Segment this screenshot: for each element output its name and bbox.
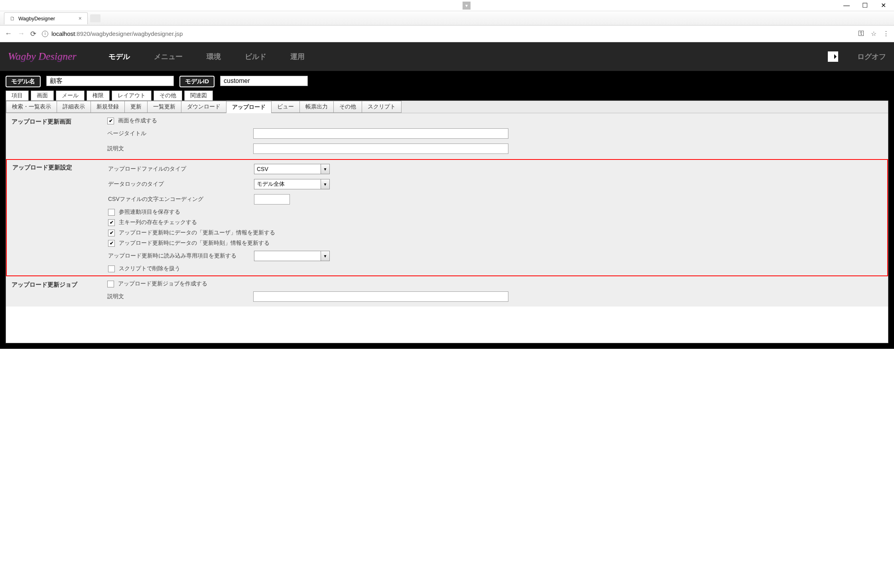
nav-back-button[interactable]: ← [5, 29, 12, 38]
app-logo: Wagby Designer [8, 51, 93, 63]
logoff-link[interactable]: ログオフ [857, 52, 886, 61]
chevron-down-icon[interactable]: ▼ [321, 164, 329, 174]
browser-tab[interactable]: 🗋 WagbyDesigner × [4, 12, 88, 24]
subtab-report[interactable]: 帳票出力 [299, 101, 334, 113]
readonly-select[interactable]: ▼ [254, 251, 330, 261]
section-title: アップロード更新画面 [12, 117, 99, 155]
secondary-tabs: 検索・一覧表示 詳細表示 新規登録 更新 一覧更新 ダウンロード アップロード … [6, 101, 888, 113]
delete-script-label: スクリプトで削除を扱う [119, 265, 180, 272]
os-titlebar: ▾ — ☐ ✕ [0, 0, 894, 11]
readonly-update-label: アップロード更新時に読み込み専用項目を更新する [108, 252, 248, 260]
readonly-value [254, 251, 321, 261]
delete-script-checkbox[interactable] [108, 265, 115, 272]
user-icon: ▾ [463, 2, 471, 10]
main-nav: モデル メニュー 環境 ビルド 運用 [108, 52, 305, 61]
subtab-other2[interactable]: その他 [333, 101, 362, 113]
create-screen-label: 画面を作成する [118, 117, 157, 124]
site-info-icon[interactable]: i [42, 31, 48, 37]
file-type-label: アップロードファイルのタイプ [108, 165, 248, 173]
sound-icon[interactable] [828, 51, 838, 62]
nav-reload-button[interactable]: ⟳ [30, 29, 36, 38]
nav-build[interactable]: ビルド [245, 52, 266, 61]
check-pk-label: 主キー列の存在をチェックする [119, 219, 197, 226]
tab-layout[interactable]: レイアウト [112, 90, 152, 101]
tab-close-icon[interactable]: × [79, 15, 82, 22]
section-title: アップロード更新設定 [12, 163, 100, 272]
tab-relation[interactable]: 関連図 [184, 90, 213, 101]
tab-mail[interactable]: メール [56, 90, 85, 101]
window-maximize-button[interactable]: ☐ [861, 2, 868, 9]
page-icon: 🗋 [10, 16, 15, 22]
section-upload-settings: アップロード更新設定 アップロードファイルのタイプ CSV ▼ データロックのタ… [6, 159, 888, 276]
url-text: localhost:8920/wagbydesigner/wagbydesign… [51, 30, 183, 37]
model-name-input[interactable] [46, 76, 174, 86]
tab-permission[interactable]: 権限 [87, 90, 110, 101]
browser-tab-title: WagbyDesigner [18, 16, 55, 22]
encoding-input[interactable] [254, 194, 290, 205]
update-time-checkbox[interactable] [108, 240, 115, 247]
page-title-input[interactable] [253, 128, 508, 139]
subtab-script[interactable]: スクリプト [362, 101, 402, 113]
section-upload-job: アップロード更新ジョブ アップロード更新ジョブを作成する 説明文 [6, 276, 888, 307]
lock-type-select[interactable]: モデル全体 ▼ [254, 179, 330, 189]
check-pk-checkbox[interactable] [108, 219, 115, 226]
file-type-value: CSV [254, 164, 321, 174]
nav-model[interactable]: モデル [108, 52, 130, 61]
subtab-view[interactable]: ビュー [271, 101, 300, 113]
app-header: Wagby Designer モデル メニュー 環境 ビルド 運用 ログオフ [0, 42, 894, 71]
job-description-label: 説明文 [107, 293, 247, 300]
subtab-update[interactable]: 更新 [124, 101, 148, 113]
settings-panel: アップロード更新画面 画面を作成する ページタイトル 説明文 [6, 113, 888, 343]
subtab-listupdate[interactable]: 一覧更新 [147, 101, 181, 113]
chevron-down-icon[interactable]: ▼ [321, 251, 329, 261]
browser-toolbar: ← → ⟳ i localhost:8920/wagbydesigner/wag… [0, 26, 894, 42]
subtab-upload[interactable]: アップロード [226, 101, 272, 113]
nav-menu[interactable]: メニュー [154, 52, 183, 61]
menu-icon[interactable]: ⋮ [883, 30, 889, 37]
model-id-label: モデルID [179, 76, 215, 87]
save-ref-label: 参照連動項目を保存する [119, 208, 180, 216]
create-job-checkbox[interactable] [107, 281, 114, 287]
browser-tab-strip: 🗋 WagbyDesigner × [0, 11, 894, 26]
tab-item[interactable]: 項目 [6, 90, 29, 101]
subtab-download[interactable]: ダウンロード [181, 101, 226, 113]
create-screen-checkbox[interactable] [107, 118, 114, 124]
bookmark-icon[interactable]: ☆ [871, 30, 876, 37]
page-title-label: ページタイトル [107, 130, 247, 137]
chevron-down-icon[interactable]: ▼ [321, 179, 329, 189]
key-icon[interactable]: ⚿ [858, 30, 864, 37]
tab-other[interactable]: その他 [154, 90, 182, 101]
lock-type-value: モデル全体 [254, 179, 321, 189]
address-bar[interactable]: i localhost:8920/wagbydesigner/wagbydesi… [42, 30, 853, 37]
window-close-button[interactable]: ✕ [880, 2, 887, 9]
update-user-checkbox[interactable] [108, 230, 115, 236]
create-job-label: アップロード更新ジョブを作成する [118, 280, 207, 287]
tab-screen[interactable]: 画面 [31, 90, 54, 101]
subtab-new[interactable]: 新規登録 [91, 101, 125, 113]
update-user-label: アップロード更新時にデータの「更新ユーザ」情報を更新する [119, 229, 275, 236]
file-type-select[interactable]: CSV ▼ [254, 164, 330, 174]
model-name-label: モデル名 [6, 76, 41, 87]
content-wrap: 項目 画面 メール 権限 レイアウト その他 関連図 検索・一覧表示 詳細表示 … [0, 90, 894, 349]
subtab-detail[interactable]: 詳細表示 [57, 101, 91, 113]
nav-env[interactable]: 環境 [207, 52, 221, 61]
save-ref-checkbox[interactable] [108, 209, 115, 216]
lock-type-label: データロックのタイプ [108, 181, 248, 188]
description-label: 説明文 [107, 145, 247, 152]
nav-forward-button[interactable]: → [18, 29, 25, 38]
description-input[interactable] [253, 144, 508, 154]
section-upload-screen: アップロード更新画面 画面を作成する ページタイトル 説明文 [6, 113, 888, 159]
encoding-label: CSVファイルの文字エンコーディング [108, 196, 248, 203]
update-time-label: アップロード更新時にデータの「更新時刻」情報を更新する [119, 240, 270, 247]
job-description-input[interactable] [253, 291, 508, 302]
section-title: アップロード更新ジョブ [12, 280, 99, 303]
primary-tabs: 項目 画面 メール 権限 レイアウト その他 関連図 [6, 90, 888, 101]
window-minimize-button[interactable]: — [843, 2, 850, 9]
new-tab-button[interactable] [90, 14, 100, 22]
nav-operate[interactable]: 運用 [290, 52, 305, 61]
model-id-input[interactable] [220, 76, 308, 86]
subtab-search[interactable]: 検索・一覧表示 [6, 101, 57, 113]
